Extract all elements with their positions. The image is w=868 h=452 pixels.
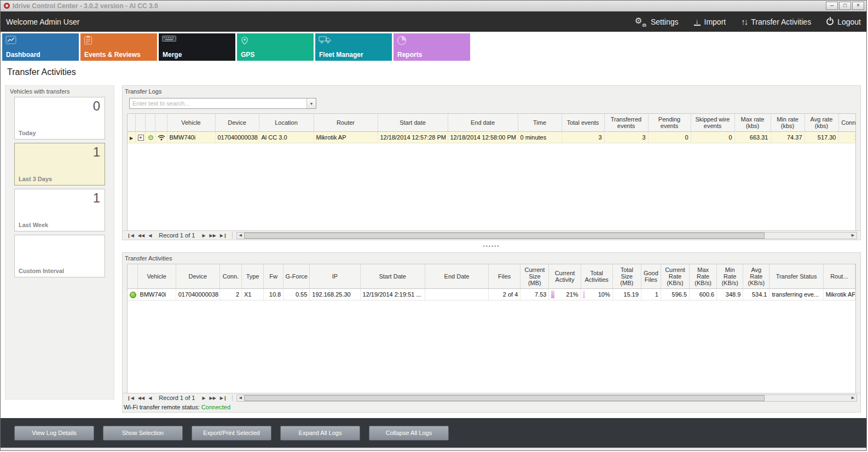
table-cell: 2 [219, 289, 241, 300]
view-log-details-button[interactable]: View Log Details [14, 426, 94, 441]
column-header[interactable] [135, 114, 145, 132]
column-header[interactable]: IP [310, 264, 360, 289]
transfer-activities-button[interactable]: ↑↓ Transfer Activities [741, 17, 811, 26]
filter-card-last-week[interactable]: 1 Last Week [14, 189, 105, 231]
filter-card-last-3-days[interactable]: 1 Last 3 Days [14, 143, 105, 186]
column-header[interactable]: Rout... [823, 264, 855, 289]
table-row[interactable]: ▶+⚙BMW740i017040000038Al CC 3.0Mikrotik … [128, 132, 856, 143]
scrollbar-thumb[interactable] [244, 233, 765, 239]
column-header[interactable]: G-Force [283, 264, 310, 289]
first-page-button[interactable]: ❙◀ [126, 396, 135, 401]
nav-tile-dashboard[interactable]: Dashboard [2, 33, 79, 61]
horizontal-scrollbar[interactable]: ◀ ▶ [236, 232, 857, 239]
panel-splitter[interactable]: •••••• [122, 240, 861, 252]
column-header[interactable]: Max Rate (KB/s) [690, 264, 717, 289]
column-header[interactable]: Start date [378, 114, 448, 132]
filter-card-today[interactable]: 0 Today [14, 97, 105, 140]
column-header[interactable]: End date [448, 114, 518, 132]
nav-tile-events-reviews[interactable]: Events & Reviews [80, 33, 157, 61]
close-button[interactable]: × [852, 2, 864, 10]
scroll-right-icon[interactable]: ▶ [849, 233, 857, 239]
column-header[interactable]: Total Size (MB) [612, 264, 641, 289]
first-page-button[interactable]: ❙◀ [126, 233, 135, 238]
column-header[interactable]: Transferred events [604, 114, 648, 132]
next-page-button[interactable]: ▶ [201, 396, 206, 401]
column-header[interactable]: Device [215, 114, 259, 132]
gear-icon[interactable]: ⚙ [148, 134, 154, 141]
fast-next-button[interactable]: ▶▶ [209, 233, 217, 238]
table-cell: 0 [648, 132, 691, 143]
column-header[interactable]: Files [489, 264, 520, 289]
column-header[interactable] [155, 114, 167, 132]
fast-prev-button[interactable]: ◀◀ [137, 233, 146, 238]
column-header[interactable]: Avg rate (kbs) [805, 114, 838, 132]
column-header[interactable]: Vehicle [167, 114, 215, 132]
table-cell: Mikrotik AP [823, 289, 855, 300]
scroll-left-icon[interactable]: ◀ [237, 395, 244, 401]
column-header[interactable]: Min rate (kbs) [771, 114, 805, 132]
chevron-down-icon[interactable]: ▼ [306, 98, 316, 108]
last-page-button[interactable]: ▶❙ [219, 396, 228, 401]
import-button[interactable]: ↓ Import [694, 18, 726, 26]
scroll-left-icon[interactable]: ◀ [237, 233, 244, 239]
column-header[interactable]: Skipped wire events [691, 114, 734, 132]
next-page-button[interactable]: ▶ [201, 233, 206, 238]
maximize-button[interactable]: □ [839, 2, 851, 10]
column-header[interactable]: Pending events [648, 114, 691, 132]
column-header[interactable]: Current Rate (KB/s) [661, 264, 689, 289]
minimize-button[interactable]: – [826, 2, 838, 10]
table-cell: 0 minutes [518, 132, 562, 143]
expand-all-logs-button[interactable]: Expand All Logs [280, 426, 360, 441]
fast-next-button[interactable]: ▶▶ [209, 396, 217, 401]
column-header[interactable] [128, 264, 137, 289]
show-selection-button[interactable]: Show Selection [103, 426, 183, 441]
collapse-all-logs-button[interactable]: Collapse All Logs [369, 426, 449, 441]
column-header[interactable]: Conn. [838, 114, 856, 132]
column-header[interactable] [145, 114, 155, 132]
column-header[interactable]: Min Rate (KB/s) [717, 264, 743, 289]
horizontal-scrollbar[interactable]: ◀ ▶ [236, 395, 857, 402]
settings-button[interactable]: ⚙⚙ Settings [635, 17, 679, 27]
scroll-right-icon[interactable]: ▶ [849, 395, 857, 401]
logout-button[interactable]: Logout [826, 18, 861, 26]
column-header[interactable]: Start Date [360, 264, 425, 289]
table-row[interactable]: BMW740i0170400000382X110.80.55192.168.25… [128, 289, 855, 300]
column-header[interactable] [128, 114, 135, 132]
table-cell [155, 132, 167, 143]
column-header[interactable]: Fw [264, 264, 283, 289]
export-print-selected-button[interactable]: Export/Print Selected [192, 426, 271, 441]
fast-prev-button[interactable]: ◀◀ [137, 396, 146, 401]
search-input[interactable] [130, 98, 306, 108]
prev-page-button[interactable]: ◀ [147, 396, 153, 401]
column-header[interactable]: Current Activity [549, 264, 581, 289]
column-header[interactable]: Vehicle [137, 264, 176, 289]
expand-plus-icon[interactable]: + [138, 135, 144, 141]
column-header[interactable]: Total events [562, 114, 604, 132]
prev-page-button[interactable]: ◀ [147, 233, 153, 238]
column-header[interactable]: Current Size (MB) [520, 264, 549, 289]
column-header[interactable]: Avg Rate (KB/s) [743, 264, 769, 289]
column-header[interactable]: Good Files [641, 264, 661, 289]
column-header[interactable]: Location [259, 114, 314, 132]
column-header[interactable]: Device [176, 264, 219, 289]
last-page-button[interactable]: ▶❙ [219, 233, 228, 238]
scrollbar-track[interactable] [244, 395, 849, 401]
nav-tile-reports[interactable]: Reports [394, 33, 470, 61]
map-pin-icon [240, 36, 249, 48]
nav-tile-fleet-manager[interactable]: Fleet Manager [315, 33, 392, 61]
column-header[interactable]: Max rate (kbs) [734, 114, 771, 132]
column-header[interactable]: Total Activities [581, 264, 612, 289]
column-header[interactable]: Time [518, 114, 562, 132]
status-strip [1, 448, 866, 451]
nav-tile-gps[interactable]: GPS [237, 33, 314, 61]
filter-card-custom-interval[interactable]: Custom Interval [14, 235, 105, 277]
scrollbar-track[interactable] [244, 233, 849, 239]
column-header[interactable]: Conn. [219, 264, 241, 289]
table-cell: 3 [562, 132, 604, 143]
column-header[interactable]: Router [314, 114, 378, 132]
column-header[interactable]: Type [242, 264, 264, 289]
scrollbar-thumb[interactable] [244, 395, 765, 401]
nav-tile-merge[interactable]: Merge [159, 33, 235, 61]
column-header[interactable]: End Date [425, 264, 488, 289]
column-header[interactable]: Transfer Status [769, 264, 823, 289]
